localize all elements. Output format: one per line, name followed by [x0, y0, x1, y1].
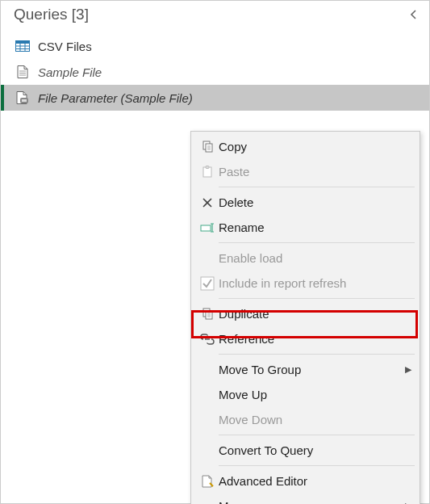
menu-advanced-editor[interactable]: Advanced Editor — [191, 468, 420, 494]
panel-title: Queries [3] — [14, 6, 89, 23]
menu-label: Paste — [219, 165, 411, 178]
duplicate-icon — [196, 301, 219, 326]
submenu-arrow-icon: ▶ — [405, 501, 411, 504]
blank-icon — [196, 357, 219, 382]
menu-label: Convert To Query — [219, 443, 411, 457]
menu-separator — [219, 298, 415, 299]
menu-label: Duplicate — [219, 307, 411, 321]
menu-manage[interactable]: Manage… ▶ — [191, 494, 420, 504]
blank-icon — [196, 494, 219, 504]
menu-label: Enable load — [219, 251, 411, 265]
table-icon — [15, 39, 30, 53]
svg-rect-17 — [206, 166, 209, 168]
query-label: CSV Files — [38, 40, 92, 53]
menu-separator — [219, 354, 415, 355]
menu-delete[interactable]: Delete — [191, 190, 420, 215]
rename-icon — [196, 215, 219, 240]
submenu-arrow-icon: ▶ — [405, 364, 411, 375]
query-item-file-parameter[interactable]: File Parameter (Sample File) — [1, 85, 429, 111]
svg-rect-24 — [201, 277, 214, 290]
menu-label: Manage… — [219, 499, 405, 504]
menu-move-to-group[interactable]: Move To Group ▶ — [191, 357, 420, 382]
menu-label: Advanced Editor — [219, 474, 411, 488]
blank-icon — [196, 438, 219, 463]
menu-separator — [219, 465, 415, 466]
menu-copy[interactable]: Copy — [191, 134, 420, 159]
menu-move-down: Move Down — [191, 407, 420, 432]
menu-label: Delete — [219, 195, 411, 209]
menu-move-up[interactable]: Move Up — [191, 382, 420, 407]
panel-header: Queries [3] — [1, 1, 429, 28]
svg-rect-20 — [201, 225, 211, 231]
query-label: File Parameter (Sample File) — [38, 91, 193, 105]
menu-duplicate[interactable]: Duplicate — [191, 301, 420, 326]
blank-icon — [196, 407, 219, 432]
svg-rect-1 — [16, 41, 30, 44]
collapse-chevron-icon[interactable] — [407, 7, 421, 22]
parameter-icon — [15, 90, 30, 105]
menu-paste: Paste — [191, 159, 420, 184]
menu-label: Rename — [219, 220, 411, 234]
menu-include-refresh: Include in report refresh — [191, 271, 420, 296]
queries-list: CSV Files Sample File — [1, 33, 429, 111]
menu-separator — [219, 435, 415, 435]
context-menu: Copy Paste Delete — [190, 131, 420, 504]
reference-icon — [196, 326, 219, 351]
menu-label: Include in report refresh — [219, 276, 411, 290]
checkmark-icon — [196, 271, 219, 296]
menu-rename[interactable]: Rename — [191, 215, 420, 240]
menu-label: Move Up — [219, 388, 411, 401]
query-item-sample-file[interactable]: Sample File — [1, 59, 429, 85]
queries-panel: Queries [3] CSV Files — [0, 0, 430, 504]
advanced-editor-icon — [196, 468, 219, 494]
svg-rect-10 — [22, 99, 27, 102]
menu-label: Copy — [219, 140, 411, 153]
copy-icon — [196, 134, 219, 159]
menu-separator — [219, 187, 415, 187]
blank-icon — [196, 382, 219, 407]
menu-label: Move Down — [219, 413, 411, 426]
menu-label: Reference — [219, 332, 411, 346]
menu-convert-to-query[interactable]: Convert To Query — [191, 438, 420, 463]
menu-reference[interactable]: Reference — [191, 326, 420, 351]
menu-enable-load: Enable load — [191, 246, 420, 271]
menu-separator — [219, 242, 415, 243]
delete-icon — [196, 190, 219, 215]
menu-label: Move To Group — [219, 363, 405, 376]
blank-icon — [196, 246, 219, 271]
document-icon — [15, 65, 30, 79]
query-item-csv-files[interactable]: CSV Files — [1, 33, 429, 59]
paste-icon — [196, 159, 219, 184]
query-label: Sample File — [38, 65, 102, 79]
